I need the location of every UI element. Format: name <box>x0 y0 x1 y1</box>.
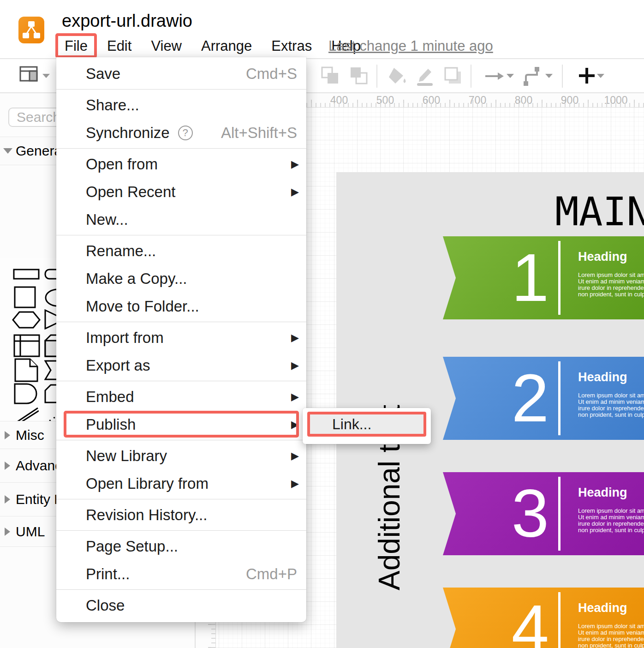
menu-divider <box>56 148 306 149</box>
menu-item-open-from[interactable]: Open from ▶ <box>56 150 306 178</box>
format-panel-icon[interactable] <box>19 66 41 87</box>
chevron-down-icon <box>507 74 514 78</box>
ruler-label: 600 <box>423 94 440 107</box>
menu-divider <box>56 235 306 235</box>
banner-body-line: irure dolor in reprehenderit in voluptat… <box>578 405 644 412</box>
menu-item-new-library[interactable]: New Library ▶ <box>56 442 306 470</box>
last-change-link[interactable]: Last change 1 minute ago <box>328 38 493 54</box>
submenu-arrow-icon: ▶ <box>291 419 299 431</box>
menu-item-import-from[interactable]: Import from ▶ <box>56 324 306 352</box>
section-label: Misc <box>16 427 44 443</box>
banner-divider <box>558 361 561 435</box>
insert-plus-icon[interactable] <box>577 66 598 87</box>
banner-heading: Heading <box>578 250 644 264</box>
diagram-main-title[interactable]: MAIN <box>555 188 644 234</box>
menu-divider <box>56 89 306 90</box>
chevron-right-icon <box>5 528 10 536</box>
banner-heading: Heading <box>578 370 644 384</box>
banner-body-line: irure dolor in reprehenderit in voluptat… <box>578 521 644 527</box>
banner-3[interactable]: 3 Heading Lorem ipsum dolor sit amet, co… <box>443 472 644 555</box>
toolbar-divider <box>376 65 377 88</box>
square-shape[interactable] <box>14 286 36 308</box>
submenu-arrow-icon: ▶ <box>291 360 299 372</box>
menu-item-make-a-copy[interactable]: Make a Copy... <box>56 265 306 293</box>
highlight-box-link: Link... <box>307 412 426 437</box>
menu-item-publish[interactable]: Publish ▶ <box>56 411 306 438</box>
chevron-right-icon <box>5 495 10 504</box>
shortcut-label: Cmd+S <box>246 65 297 83</box>
menu-item-new[interactable]: New... <box>56 206 306 234</box>
banner-divider <box>558 241 561 315</box>
banner-body-line: Ut enim ad minim veniam, quis nostrud <box>578 514 644 521</box>
menu-item-move-to-folder[interactable]: Move to Folder... <box>56 293 306 320</box>
banner-body-line: Lorem ipsum dolor sit amet, consectetur <box>578 508 644 514</box>
toolbar-divider <box>562 65 563 88</box>
menu-item-synchronize[interactable]: Synchronize ? Alt+Shift+S <box>56 119 306 147</box>
banner-body-line: Ut enim ad minim veniam, quis nostrud <box>578 630 644 636</box>
submenu-arrow-icon: ▶ <box>291 158 299 170</box>
banner-body-line: non proident, sunt in culpa qui officia <box>578 527 644 534</box>
fill-color-icon <box>387 66 408 87</box>
menubar-item-arrange[interactable]: Arrange <box>198 37 255 55</box>
menubar-item-file[interactable]: File <box>62 37 90 55</box>
menu-item-export-as[interactable]: Export as ▶ <box>56 352 306 379</box>
banner-number: 4 <box>443 595 549 648</box>
menu-item-close[interactable]: Close <box>56 592 306 619</box>
ruler-label: 700 <box>469 94 486 107</box>
menu-item-embed[interactable]: Embed ▶ <box>56 383 306 411</box>
menu-item-rename[interactable]: Rename... <box>56 237 306 265</box>
menu-item-open-library-from[interactable]: Open Library from ▶ <box>56 470 306 498</box>
ruler-label: 1000 <box>604 94 627 107</box>
menubar-item-view[interactable]: View <box>148 37 185 55</box>
menu-divider <box>56 530 306 531</box>
banner-body-line: irure dolor in reprehenderit in voluptat… <box>578 636 644 642</box>
banner-body-line: non proident, sunt in culpa qui officia <box>578 291 644 298</box>
menu-item-share[interactable]: Share... <box>56 91 306 119</box>
toolbar-divider <box>471 65 471 88</box>
menu-item-open-recent[interactable]: Open Recent ▶ <box>56 178 306 206</box>
internal-storage-shape[interactable] <box>13 334 40 357</box>
note-shape[interactable] <box>14 358 38 382</box>
line-color-icon <box>414 66 435 87</box>
banner-2[interactable]: 2 Heading Lorem ipsum dolor sit amet, co… <box>443 357 644 440</box>
rectangle-shape[interactable] <box>13 269 40 280</box>
banner-body-line: Lorem ipsum dolor sit amet, consectetur <box>578 272 644 278</box>
chevron-down-icon[interactable] <box>597 74 604 78</box>
delay-shape[interactable] <box>14 383 38 404</box>
menu-item-print[interactable]: Print... Cmd+P <box>56 560 306 588</box>
hexagon-shape[interactable] <box>12 311 41 329</box>
chevron-down-icon[interactable] <box>42 74 50 78</box>
banner-1[interactable]: 1 Heading Lorem ipsum dolor sit amet, co… <box>443 236 644 319</box>
document-title: export-url.drawio <box>62 11 192 31</box>
ruler-label: 800 <box>515 94 532 107</box>
banner-body-line: Lorem ipsum dolor sit amet, consectetur <box>578 623 644 630</box>
menu-item-revision-history[interactable]: Revision History... <box>56 501 306 529</box>
publish-submenu: Link... <box>303 408 431 444</box>
ruler-label: 500 <box>376 94 394 107</box>
banner-4[interactable]: 4 Heading Lorem ipsum dolor sit amet, co… <box>443 588 644 648</box>
menubar-item-extras[interactable]: Extras <box>268 37 315 55</box>
ruler-label: 900 <box>561 94 578 107</box>
banner-number: 2 <box>443 365 549 432</box>
menu-item-save[interactable]: Save Cmd+S <box>56 60 306 88</box>
help-icon: ? <box>178 126 193 140</box>
submenu-arrow-icon: ▶ <box>291 478 299 490</box>
file-menu: Save Cmd+S Share... Synchronize ? Alt+Sh… <box>56 57 306 622</box>
ruler-label: 400 <box>330 94 348 107</box>
menubar-item-edit[interactable]: Edit <box>104 37 134 55</box>
banner-divider <box>558 477 561 551</box>
banner-body-line: irure dolor in reprehenderit in voluptat… <box>578 285 644 291</box>
menubar: File Edit View Arrange Extras Help <box>62 37 364 55</box>
menu-item-link[interactable]: Link... <box>310 416 371 433</box>
banner-body-line: Ut enim ad minim veniam, quis nostrud <box>578 399 644 405</box>
menu-item-page-setup[interactable]: Page Setup... <box>56 533 306 560</box>
menu-divider <box>56 381 306 381</box>
section-label: UML <box>16 524 45 540</box>
menu-divider <box>56 499 306 499</box>
banner-body-line: non proident, sunt in culpa qui officia <box>578 412 644 418</box>
banner-number: 3 <box>443 480 549 547</box>
header: export-url.drawio File Edit View Arrange… <box>0 0 644 59</box>
menu-divider <box>56 322 306 322</box>
connection-arrow-icon <box>483 66 505 87</box>
submenu-arrow-icon: ▶ <box>291 391 299 403</box>
